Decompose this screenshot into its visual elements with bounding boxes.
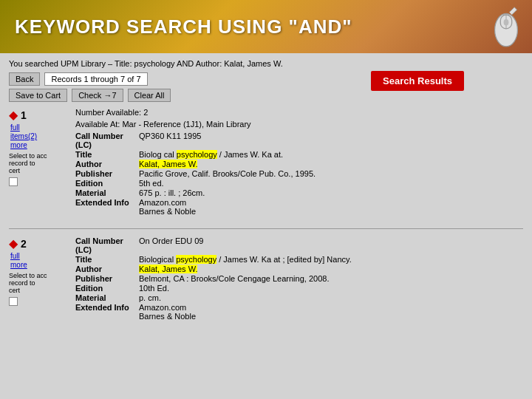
result-details-2: Call Number(LC) On Order EDU 09 Title Bi… [75, 236, 523, 321]
result-select-text-1: Select to accrecord tocert [9, 152, 47, 174]
result-number-row-2: ◆ 2 [9, 236, 27, 250]
detail-title-2: Title Biological psychology / James W. K… [75, 255, 523, 264]
divider-1 [9, 228, 523, 229]
detail-publisher-2: Publisher Belmont, CA : Brooks/Cole Ceng… [75, 274, 523, 283]
diamond-icon-1: ◆ [9, 108, 18, 122]
header: KEYWORD SEARCH USING "AND" [0, 0, 532, 53]
mouse-icon [488, 6, 525, 50]
result-details-1: Number Available: 2 Available At: Mar - … [75, 108, 523, 216]
detail-extended-1: Extended Info Amazon.comBarnes & Noble [75, 198, 523, 216]
result-number-row-1: ◆ 1 [9, 108, 27, 122]
result-checkbox-2[interactable] [9, 297, 18, 306]
svg-point-3 [504, 19, 509, 26]
save-to-cart-button[interactable]: Save to Cart [9, 89, 67, 102]
page-title: KEYWORD SEARCH USING "AND" [15, 16, 352, 38]
more-link-2[interactable]: more [10, 261, 27, 269]
result-number-2: 2 [21, 238, 27, 250]
toolbar-row1: Back Records 1 through 7 of 7 Search Res… [9, 72, 523, 86]
full-link-1[interactable]: full [10, 123, 37, 132]
detail-author-2: Author Kalat, James W. [75, 265, 523, 273]
search-query: You searched UPM Library – Title: psycho… [9, 59, 523, 68]
avail-number-1: Number Available: 2 [75, 108, 523, 117]
main-content: You searched UPM Library – Title: psycho… [0, 53, 532, 399]
detail-call-2: Call Number(LC) On Order EDU 09 [75, 236, 523, 254]
result-select-text-2: Select to accrecord tocert [9, 272, 47, 294]
detail-extended-2: Extended Info Amazon.comBarnes & Noble [75, 303, 523, 321]
detail-material-1: Material 675 p. : ill. ; 26cm. [75, 188, 523, 197]
more-link-1[interactable]: more [10, 141, 37, 149]
result-left-1: ◆ 1 full items(2) more Select to accreco… [9, 108, 68, 186]
full-link-2[interactable]: full [10, 252, 27, 260]
records-label: Records 1 through 7 of 7 [44, 72, 147, 86]
detail-call-1: Call Number(LC) QP360 K11 1995 [75, 132, 523, 149]
result-checkbox-1[interactable] [9, 177, 18, 186]
detail-material-2: Material p. cm. [75, 293, 523, 302]
result-item-2: ◆ 2 full more Select to accrecord tocert… [9, 236, 523, 321]
result-left-2: ◆ 2 full more Select to accrecord tocert [9, 236, 68, 306]
result-links-1: full items(2) more [10, 123, 37, 149]
result-number-1: 1 [21, 109, 27, 121]
clear-all-button[interactable]: Clear All [128, 89, 171, 102]
detail-edition-1: Edition 5th ed. [75, 179, 523, 188]
detail-edition-2: Edition 10th Ed. [75, 284, 523, 293]
search-results-badge: Search Results [371, 71, 464, 91]
check-button[interactable]: Check →7 [72, 89, 123, 102]
items-link-1[interactable]: items(2) [10, 132, 37, 140]
back-button[interactable]: Back [9, 72, 40, 86]
diamond-icon-2: ◆ [9, 236, 18, 250]
detail-title-1: Title Biolog cal psychology / James W. K… [75, 150, 523, 159]
result-item-1: ◆ 1 full items(2) more Select to accreco… [9, 108, 523, 216]
result-links-2: full more [10, 252, 27, 269]
detail-author-1: Author Kalat, James W. [75, 160, 523, 168]
avail-location-1: Available At: Mar - Reference (1J1), Mai… [75, 120, 523, 129]
detail-publisher-1: Publisher Pacific Grove, Calif. Brooks/C… [75, 169, 523, 178]
